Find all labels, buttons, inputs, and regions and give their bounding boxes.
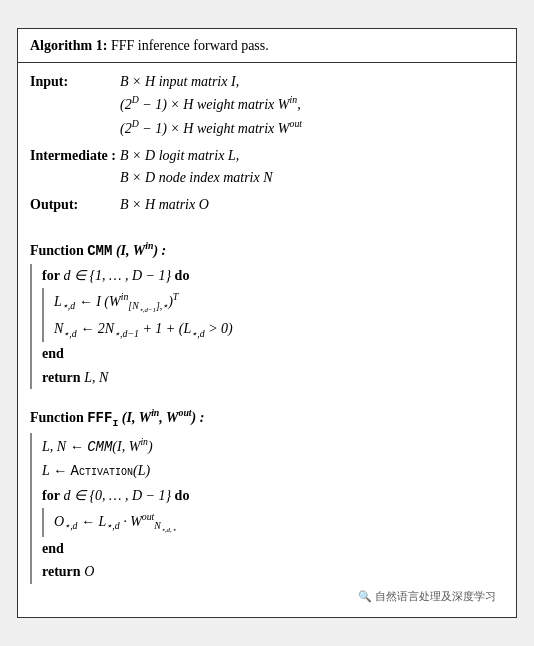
cmm-inner: for d ∈ {1, … , D − 1} do L⋆,d ← I (Win[… [42,264,504,389]
intermediate-line-1: B × D logit matrix L, [120,145,504,167]
separator-1 [30,222,504,232]
cmm-for-range: d ∈ {1, … , D − 1} [63,268,174,283]
cmm-call: CMM [87,439,112,455]
cmm-end: end [42,342,504,366]
fff-return-val: O [84,564,94,579]
vbar-1 [30,264,32,389]
func-cmm-block: Function CMM (I, Win) : for d ∈ {1, … , … [30,238,504,389]
cmm-line-L: L⋆,d ← I (Win[N⋆,d−1],⋆)T [54,288,504,317]
cmm-return-vals: L, N [84,370,108,385]
activation-call: Activation [71,463,133,479]
fff-inner: L, N ← CMM(I, Win) L ← Activation(L) for… [42,433,504,584]
end-kw-1: end [42,346,64,361]
func-fff-params: (I, Win, Wout) : [118,410,204,425]
algo-header: Algorithm 1: FFF inference forward pass. [18,29,516,63]
return-kw-1: return [42,370,81,385]
intermediate-section: Intermediate : B × D logit matrix L, B ×… [30,145,504,188]
cmm-for-line: for d ∈ {1, … , D − 1} do [42,264,504,288]
input-section: Input: B × H input matrix I, (2D − 1) × … [30,71,504,139]
output-text: B × H matrix O [120,194,504,216]
algo-number: Algorithm 1: [30,38,107,53]
fff-line-O: O⋆,d ← L⋆,d · WoutN⋆,d,⋆ [54,508,504,537]
watermark: 🔍 自然语言处理及深度学习 [30,584,504,609]
fff-line-activation: L ← Activation(L) [42,459,504,484]
watermark-text: 🔍 自然语言处理及深度学习 [358,590,496,602]
end-kw-2: end [42,541,64,556]
fff-end: end [42,537,504,561]
fff-return: return O [42,560,504,584]
func-cmm-params: (I, Win) : [112,243,166,258]
output-section: Output: B × H matrix O [30,194,504,216]
func-keyword: Function [30,243,87,258]
cmm-nested: L⋆,d ← I (Win[N⋆,d−1],⋆)T N⋆,d ← 2N⋆,d−1… [42,288,504,342]
func-fff-body: L, N ← CMM(I, Win) L ← Activation(L) for… [30,433,504,584]
algorithm-box: Algorithm 1: FFF inference forward pass.… [17,28,517,618]
fff-nested: O⋆,d ← L⋆,d · WoutN⋆,d,⋆ [42,508,504,537]
func-cmm-body: for d ∈ {1, … , D − 1} do L⋆,d ← I (Win[… [30,264,504,389]
input-line-2: (2D − 1) × H weight matrix Win, [30,92,504,115]
vbar-2 [42,288,44,342]
algo-title: Algorithm 1: FFF inference forward pass. [30,38,269,53]
for-kw-1: for [42,268,60,283]
input-line-1: B × H input matrix I, [120,71,504,93]
output-row: Output: B × H matrix O [30,194,504,216]
do-kw-2: do [175,488,190,503]
do-kw-1: do [175,268,190,283]
return-kw-2: return [42,564,81,579]
cmm-nested-inner: L⋆,d ← I (Win[N⋆,d−1],⋆)T N⋆,d ← 2N⋆,d−1… [54,288,504,342]
func-cmm-header: Function CMM (I, Win) : [30,238,504,262]
func-fff-header: Function FFFI (I, Win, Wout) : [30,405,504,431]
fff-for-range: d ∈ {0, … , D − 1} [63,488,174,503]
func-fff-block: Function FFFI (I, Win, Wout) : L, N ← CM… [30,405,504,584]
input-line-3: (2D − 1) × H weight matrix Wout [30,116,504,139]
fff-nested-inner: O⋆,d ← L⋆,d · WoutN⋆,d,⋆ [54,508,504,537]
vbar-4 [42,508,44,537]
fff-for-line: for d ∈ {0, … , D − 1} do [42,484,504,508]
separator-2 [30,389,504,399]
input-row: Input: B × H input matrix I, [30,71,504,93]
intermediate-row: Intermediate : B × D logit matrix L, [30,145,504,167]
for-kw-2: for [42,488,60,503]
algo-body: Input: B × H input matrix I, (2D − 1) × … [18,63,516,618]
cmm-return: return L, N [42,366,504,390]
func-fff-name: FFFI [87,410,118,426]
fff-line-cmm: L, N ← CMM(I, Win) [42,433,504,459]
algo-description: FFF inference forward pass. [111,38,269,53]
intermediate-label: Intermediate : [30,145,120,167]
intermediate-line-2: B × D node index matrix N [30,167,504,189]
input-label: Input: [30,71,120,93]
output-label: Output: [30,194,120,216]
vbar-3 [30,433,32,584]
func-cmm-name: CMM [87,243,112,259]
func-keyword-2: Function [30,410,87,425]
cmm-line-N: N⋆,d ← 2N⋆,d−1 + 1 + (L⋆,d > 0) [54,317,504,342]
